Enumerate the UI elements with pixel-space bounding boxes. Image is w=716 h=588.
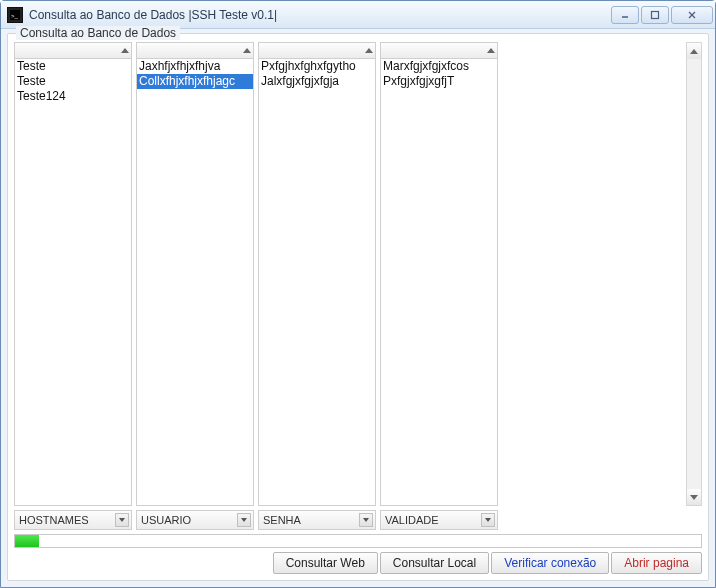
column-header-validade[interactable]: VALIDADE [380, 510, 498, 530]
button-row: Consultar Web Consultar Local Verificar … [14, 552, 702, 574]
app-icon: >_ [7, 7, 23, 23]
chevron-down-icon [485, 518, 491, 522]
close-button[interactable] [671, 6, 713, 24]
titlebar[interactable]: >_ Consulta ao Banco de Dados |SSH Teste… [1, 1, 715, 29]
verificar-conexao-button[interactable]: Verificar conexão [491, 552, 609, 574]
column-labels-row: HOSTNAMES USUARIO SENHA VALIDADE [14, 510, 702, 530]
scroll-up-button[interactable] [687, 43, 701, 59]
sort-header-usuario[interactable] [136, 42, 254, 59]
window-title: Consulta ao Banco de Dados |SSH Teste v0… [29, 8, 611, 22]
columns-row: TesteTesteTeste124 JaxhfjxfhjxfhjvaCollx… [14, 42, 702, 506]
dropdown-button[interactable] [115, 513, 129, 527]
listbox-senha[interactable]: PxfgjhxfghxfgythoJalxfgjxfgjxfgja [258, 42, 376, 506]
list-item[interactable]: Teste [15, 74, 131, 89]
list-item[interactable]: Teste124 [15, 89, 131, 104]
sort-header-validade[interactable] [380, 42, 498, 59]
list-item[interactable]: Marxfgjxfgjxfcos [381, 59, 497, 74]
dropdown-button[interactable] [237, 513, 251, 527]
list-item[interactable]: Collxfhjxfhjxfhjagc [137, 74, 253, 89]
svg-text:>_: >_ [11, 13, 19, 19]
list-item[interactable]: Pxfgjhxfghxfgytho [259, 59, 375, 74]
sort-up-icon [365, 48, 373, 53]
window-controls [611, 6, 713, 24]
maximize-button[interactable] [641, 6, 669, 24]
chevron-down-icon [363, 518, 369, 522]
chevron-down-icon [119, 518, 125, 522]
chevron-down-icon [690, 495, 698, 500]
listbox-hostnames[interactable]: TesteTesteTeste124 [14, 42, 132, 506]
list-item[interactable]: PxfgjxfgjxgfjT [381, 74, 497, 89]
sort-up-icon [243, 48, 251, 53]
dropdown-button[interactable] [481, 513, 495, 527]
sort-up-icon [121, 48, 129, 53]
column-header-usuario[interactable]: USUARIO [136, 510, 254, 530]
listbox-usuario[interactable]: JaxhfjxfhjxfhjvaCollxfhjxfhjxfhjagc [136, 42, 254, 506]
sort-header-hostnames[interactable] [14, 42, 132, 59]
column-header-hostnames[interactable]: HOSTNAMES [14, 510, 132, 530]
scroll-down-button[interactable] [687, 489, 701, 505]
abrir-pagina-button[interactable]: Abrir pagina [611, 552, 702, 574]
app-window: >_ Consulta ao Banco de Dados |SSH Teste… [0, 0, 716, 588]
vertical-scrollbar[interactable] [686, 42, 702, 506]
client-area: Consulta ao Banco de Dados TesteTesteTes… [1, 29, 715, 587]
progress-fill [15, 535, 39, 547]
minimize-button[interactable] [611, 6, 639, 24]
list-item[interactable]: Jalxfgjxfgjxfgja [259, 74, 375, 89]
listbox-validade[interactable]: MarxfgjxfgjxfcosPxfgjxfgjxgfjT [380, 42, 498, 506]
chevron-down-icon [241, 518, 247, 522]
progress-bar [14, 534, 702, 548]
svg-rect-3 [652, 11, 659, 18]
chevron-up-icon [690, 49, 698, 54]
sort-header-senha[interactable] [258, 42, 376, 59]
consultar-web-button[interactable]: Consultar Web [273, 552, 378, 574]
groupbox-consulta: Consulta ao Banco de Dados TesteTesteTes… [7, 33, 709, 581]
list-item[interactable]: Teste [15, 59, 131, 74]
groupbox-label: Consulta ao Banco de Dados [16, 26, 180, 40]
column-header-senha[interactable]: SENHA [258, 510, 376, 530]
consultar-local-button[interactable]: Consultar Local [380, 552, 489, 574]
list-item[interactable]: Jaxhfjxfhjxfhjva [137, 59, 253, 74]
sort-up-icon [487, 48, 495, 53]
dropdown-button[interactable] [359, 513, 373, 527]
